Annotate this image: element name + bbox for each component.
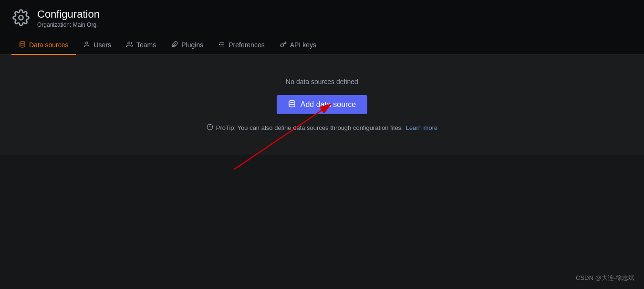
gear-icon <box>11 8 31 27</box>
main-content: No data sources defined Add data source … <box>0 55 644 155</box>
tab-teams[interactable]: Teams <box>119 36 164 55</box>
page-subtitle: Organization: Main Org. <box>37 21 100 28</box>
watermark: CSDN @大连-徐志斌 <box>576 274 634 282</box>
header-title-block: Configuration Organization: Main Org. <box>37 8 100 28</box>
svg-point-10 <box>289 100 295 102</box>
learn-more-link[interactable]: Learn more <box>406 124 437 131</box>
plugins-icon <box>171 41 178 49</box>
button-database-icon <box>288 100 296 109</box>
header-top: Configuration Organization: Main Org. <box>11 8 633 36</box>
no-data-message: No data sources defined <box>286 78 358 86</box>
tab-data-sources[interactable]: Data sources <box>11 36 76 55</box>
svg-point-2 <box>86 42 88 44</box>
header: Configuration Organization: Main Org. Da… <box>0 0 644 55</box>
svg-point-3 <box>128 42 130 44</box>
preferences-icon <box>218 41 225 49</box>
tab-api-keys[interactable]: API keys <box>272 36 324 55</box>
protip-icon <box>207 124 213 132</box>
protip-message: ProTip: You can also define data sources… <box>207 124 437 132</box>
tab-users[interactable]: Users <box>76 36 119 55</box>
api-keys-icon <box>280 41 287 49</box>
tab-data-sources-label: Data sources <box>29 41 68 49</box>
tab-api-keys-label: API keys <box>290 41 316 49</box>
tab-users-label: Users <box>93 41 111 49</box>
tab-teams-label: Teams <box>136 41 156 49</box>
user-icon <box>83 41 90 49</box>
tab-plugins[interactable]: Plugins <box>164 36 211 55</box>
database-icon <box>19 41 26 49</box>
add-button-label: Add data source <box>301 100 356 109</box>
svg-point-9 <box>219 44 220 45</box>
nav-tabs: Data sources Users <box>11 36 633 54</box>
svg-point-1 <box>20 42 25 43</box>
svg-point-0 <box>19 16 23 20</box>
tab-preferences[interactable]: Preferences <box>211 36 272 55</box>
protip-text-content: ProTip: You can also define data sources… <box>216 124 403 131</box>
tab-plugins-label: Plugins <box>181 41 203 49</box>
tab-preferences-label: Preferences <box>229 41 264 49</box>
teams-icon <box>126 41 133 49</box>
add-data-source-button[interactable]: Add data source <box>277 95 368 114</box>
page-title: Configuration <box>37 8 100 21</box>
